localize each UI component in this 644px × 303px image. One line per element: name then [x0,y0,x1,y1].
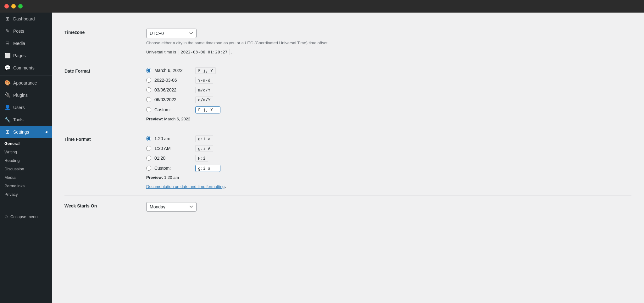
timezone-content: UTC+0 UTC+1 UTC+2 UTC-1 UTC-5 Choose eit… [146,29,631,54]
date-preview-label: Preview: [146,117,163,121]
date-code-dmy: d/m/Y [195,96,213,103]
sidebar-item-label: Users [13,105,25,110]
date-option-mdy: 03/06/2022 m/d/Y [146,87,631,93]
date-code-march: F j, Y [195,67,216,74]
date-code-mdy: m/d/Y [195,87,213,93]
submenu-item-reading[interactable]: Reading [0,156,52,165]
time-preview: Preview: 1:20 am [146,175,631,180]
time-custom-input[interactable] [195,165,220,172]
collapse-icon: ⊙ [4,214,8,219]
date-option-custom: Custom: [146,106,631,113]
time-format-label: Time Format [64,135,134,142]
dashboard-icon: ⊞ [4,16,10,22]
timezone-label: Timezone [64,29,134,35]
sidebar-item-media[interactable]: ⊟ Media [0,37,52,49]
date-option-dmy: 06/03/2022 d/m/Y [146,96,631,103]
submenu-item-general[interactable]: General [0,139,52,148]
sidebar-item-dashboard[interactable]: ⊞ Dashboard [0,13,52,25]
sidebar-item-label: Dashboard [13,16,35,21]
universal-time: Universal time is 2022-03-06 01:20:27 . [146,50,631,54]
media-icon: ⊟ [4,40,10,46]
sidebar-item-label: Media [13,41,25,46]
submenu-item-privacy[interactable]: Privacy [0,190,52,199]
maximize-button[interactable] [18,4,23,8]
time-preview-value: 1:20 am [164,175,179,180]
submenu-item-permalinks[interactable]: Permalinks [0,182,52,190]
time-code-12h-upper: g:i A [195,145,213,152]
titlebar [0,0,644,13]
pages-icon: ⬜ [4,52,10,58]
date-format-content: March 6, 2022 F j, Y 2022-03-06 Y-m-d 03… [146,67,631,123]
date-radio-custom[interactable] [146,107,151,112]
time-format-row: Time Format 1:20 am g:i a 1:20 AM g:i A … [64,129,631,196]
date-preview: Preview: March 6, 2022 [146,117,631,121]
date-radio-ymd[interactable] [146,78,151,83]
timezone-help: Choose either a city in the same timezon… [146,40,631,47]
time-label-custom[interactable]: Custom: [154,166,192,171]
date-label-ymd[interactable]: 2022-03-06 [154,78,192,83]
time-radio-custom[interactable] [146,166,151,171]
time-format-content: 1:20 am g:i a 1:20 AM g:i A 01:20 H:i Cu… [146,135,631,189]
sidebar-item-posts[interactable]: ✎ Posts [0,25,52,37]
date-custom-input[interactable] [195,106,220,113]
date-radio-mdy[interactable] [146,87,151,92]
date-label-dmy[interactable]: 06/03/2022 [154,97,192,102]
week-starts-content: Sunday Monday Tuesday Wednesday Thursday… [146,202,631,212]
submenu-item-writing[interactable]: Writing [0,148,52,156]
date-label-mdy[interactable]: 03/06/2022 [154,87,192,92]
sidebar-item-settings[interactable]: ⊞ Settings ◀ [0,126,52,138]
sidebar-item-tools[interactable]: 🔧 Tools [0,113,52,126]
time-option-24h: 01:20 H:i [146,155,631,162]
timezone-row: Timezone UTC+0 UTC+1 UTC+2 UTC-1 UTC-5 C… [64,22,631,61]
plugins-icon: 🔌 [4,92,10,98]
time-option-12h-lower: 1:20 am g:i a [146,135,631,142]
time-label-12h-lower[interactable]: 1:20 am [154,136,192,141]
close-button[interactable] [4,4,9,8]
date-option-ymd: 2022-03-06 Y-m-d [146,77,631,84]
date-radio-march[interactable] [146,68,151,73]
week-starts-label: Week Starts On [64,202,134,208]
date-format-row: Date Format March 6, 2022 F j, Y 2022-03… [64,61,631,129]
sidebar-item-appearance[interactable]: 🎨 Appearance [0,77,52,89]
sidebar: ⊞ Dashboard ✎ Posts ⊟ Media ⬜ Pages 💬 Co… [0,0,52,303]
date-radio-dmy[interactable] [146,97,151,102]
doc-link-suffix: . [225,184,226,189]
date-label-march[interactable]: March 6, 2022 [154,68,192,73]
submenu-item-media[interactable]: Media [0,173,52,182]
timezone-select[interactable]: UTC+0 UTC+1 UTC+2 UTC-1 UTC-5 [146,29,197,38]
comments-icon: 💬 [4,65,10,71]
time-radio-12h-lower[interactable] [146,136,151,141]
time-label-12h-upper[interactable]: 1:20 AM [154,146,192,151]
sidebar-item-label: Pages [13,53,26,58]
time-radio-24h[interactable] [146,156,151,161]
settings-arrow: ◀ [45,130,47,134]
minimize-button[interactable] [11,4,16,8]
time-option-12h-upper: 1:20 AM g:i A [146,145,631,152]
settings-icon: ⊞ [4,129,10,135]
sidebar-item-label: Tools [13,117,24,122]
appearance-icon: 🎨 [4,80,10,86]
time-preview-label: Preview: [146,175,163,180]
sidebar-item-label: Plugins [13,93,28,98]
time-radio-12h-upper[interactable] [146,146,151,151]
week-starts-select[interactable]: Sunday Monday Tuesday Wednesday Thursday… [146,202,197,212]
settings-submenu: General Writing Reading Discussion Media… [0,138,52,199]
collapse-label: Collapse menu [10,214,38,219]
date-label-custom[interactable]: Custom: [154,107,192,112]
collapse-menu-item[interactable]: ⊙ Collapse menu [0,211,52,222]
time-code-12h-lower: g:i a [195,135,213,142]
doc-link-container: Documentation on date and time formattin… [146,184,631,189]
users-icon: 👤 [4,104,10,110]
doc-link[interactable]: Documentation on date and time formattin… [146,184,225,189]
week-starts-row: Week Starts On Sunday Monday Tuesday Wed… [64,196,631,218]
sidebar-item-plugins[interactable]: 🔌 Plugins [0,89,52,101]
sidebar-item-comments[interactable]: 💬 Comments [0,62,52,74]
sidebar-item-users[interactable]: 👤 Users [0,101,52,113]
tools-icon: 🔧 [4,117,10,123]
universal-time-value: 2022-03-06 01:20:27 [179,49,230,55]
sidebar-item-pages[interactable]: ⬜ Pages [0,49,52,62]
sidebar-item-label: Comments [13,65,35,70]
time-label-24h[interactable]: 01:20 [154,156,192,161]
submenu-item-discussion[interactable]: Discussion [0,165,52,173]
posts-icon: ✎ [4,28,10,34]
